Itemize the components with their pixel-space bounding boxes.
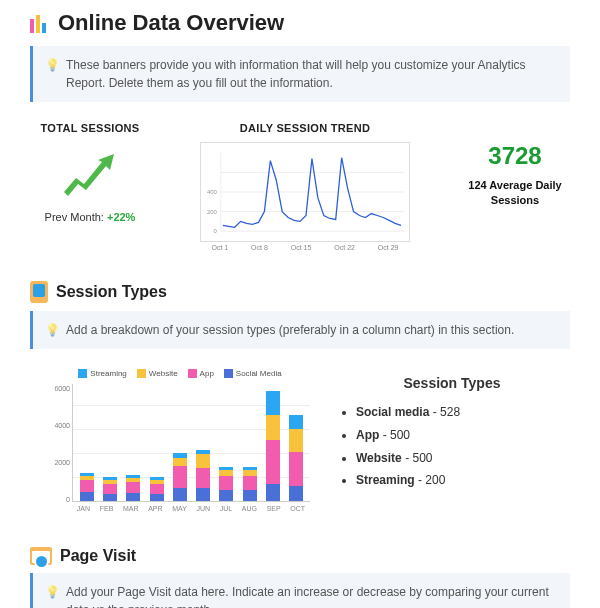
legend-item: App <box>188 369 214 378</box>
bar <box>266 391 280 501</box>
info-banner-session-types: 💡 Add a breakdown of your session types … <box>30 311 570 349</box>
info-banner-overview: 💡 These banners provide you with informa… <box>30 46 570 102</box>
lightbulb-icon: 💡 <box>45 56 60 74</box>
chart-legend: Streaming Website App Social Media <box>50 369 310 378</box>
total-sessions-block: TOTAL SESSIONS Prev Month: +22% <box>30 122 150 223</box>
x-tick: Oct 1 <box>211 244 228 251</box>
prev-month-change: Prev Month: +22% <box>30 211 150 223</box>
page-visit-title: Page Visit <box>30 547 570 565</box>
info-banner-text: Add a breakdown of your session types (p… <box>66 321 514 339</box>
info-banner-text: Add your Page Visit data here. Indicate … <box>66 583 558 608</box>
avg-sessions-caption: 124 Average Daily Sessions <box>460 178 570 209</box>
info-banner-text: These banners provide you with informati… <box>66 56 558 92</box>
bar <box>243 467 257 501</box>
bar <box>196 450 210 501</box>
summary-row: TOTAL SESSIONS Prev Month: +22% DAILY SE… <box>30 122 570 251</box>
legend-item: Streaming <box>78 369 126 378</box>
session-types-chart: Streaming Website App Social Media 60004… <box>50 369 310 519</box>
session-types-row: Streaming Website App Social Media 60004… <box>50 369 570 519</box>
x-tick: Oct 22 <box>334 244 355 251</box>
total-sessions-heading: TOTAL SESSIONS <box>30 122 150 134</box>
svg-text:0: 0 <box>214 228 218 234</box>
prev-month-label: Prev Month: <box>45 211 107 223</box>
page-title-text: Online Data Overview <box>58 10 284 36</box>
trend-up-arrow-icon <box>60 148 120 200</box>
daily-trend-block: DAILY SESSION TREND 0 200 400 Oct 1 Oct … <box>168 122 442 251</box>
bar <box>80 473 94 501</box>
daily-trend-chart: 0 200 400 <box>200 142 410 242</box>
chart-y-ticks: 6000400020000 <box>50 385 70 503</box>
list-item: Streaming - 200 <box>356 469 570 492</box>
daily-trend-xticks: Oct 1 Oct 8 Oct 15 Oct 22 Oct 29 <box>200 244 410 251</box>
svg-text:200: 200 <box>207 209 218 215</box>
prev-month-value: +22% <box>107 211 135 223</box>
bar <box>219 467 233 501</box>
chart-x-ticks: JANFEBMARAPRMAYJUNJULAUGSEPOCT <box>72 505 310 512</box>
bar-chart-icon <box>30 13 50 33</box>
bar <box>173 453 187 501</box>
lightbulb-icon: 💡 <box>45 321 60 339</box>
bar <box>103 477 117 502</box>
legend-item: Website <box>137 369 178 378</box>
info-banner-page-visit: 💡 Add your Page Visit data here. Indicat… <box>30 573 570 608</box>
session-types-title: Session Types <box>30 281 570 303</box>
total-sessions-value: 3728 <box>460 142 570 170</box>
list-item: Social media - 528 <box>356 401 570 424</box>
page-visit-heading: Page Visit <box>60 547 136 565</box>
list-item: App - 500 <box>356 424 570 447</box>
session-types-list: Session Types Social media - 528 App - 5… <box>334 369 570 492</box>
x-tick: Oct 29 <box>378 244 399 251</box>
bar <box>289 415 303 502</box>
x-tick: Oct 8 <box>251 244 268 251</box>
list-item: Website - 500 <box>356 447 570 470</box>
page-title: Online Data Overview <box>30 10 570 36</box>
legend-item: Social Media <box>224 369 282 378</box>
metric-block: 3728 124 Average Daily Sessions <box>460 122 570 209</box>
bar <box>150 477 164 502</box>
lightbulb-icon: 💡 <box>45 583 60 601</box>
x-tick: Oct 15 <box>291 244 312 251</box>
svg-text:400: 400 <box>207 189 218 195</box>
phone-icon <box>30 281 48 303</box>
bar <box>126 475 140 502</box>
browser-user-icon <box>30 547 52 565</box>
session-types-heading: Session Types <box>56 283 167 301</box>
session-types-list-title: Session Types <box>334 375 570 391</box>
daily-trend-heading: DAILY SESSION TREND <box>168 122 442 134</box>
